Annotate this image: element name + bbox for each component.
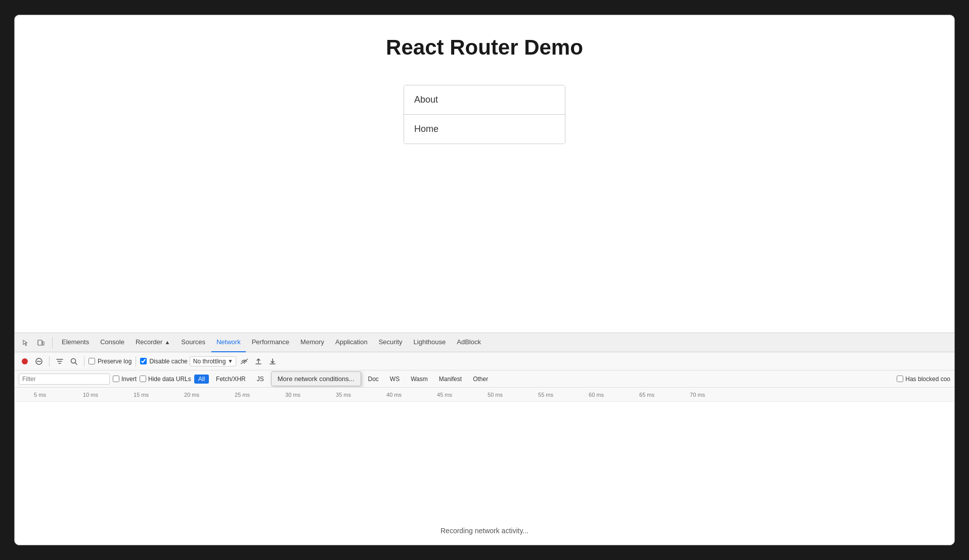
tab-separator-1 <box>52 337 53 348</box>
upload-icon-btn[interactable] <box>252 355 265 367</box>
search-icon-btn[interactable] <box>68 355 80 367</box>
tick-70ms: 70 ms <box>672 392 723 398</box>
toolbar-sep-1 <box>49 356 50 366</box>
tab-performance[interactable]: Performance <box>247 333 294 352</box>
filter-input[interactable] <box>19 374 110 385</box>
hide-data-urls-checkbox-label[interactable]: Hide data URLs <box>140 376 191 383</box>
wifi-conditions-icon[interactable] <box>238 355 250 367</box>
tick-5ms: 5 ms <box>15 392 65 398</box>
tick-35ms: 35 ms <box>318 392 369 398</box>
device-icon-btn[interactable] <box>34 336 48 350</box>
tick-65ms: 65 ms <box>622 392 672 398</box>
record-button[interactable] <box>19 355 31 367</box>
tick-40ms: 40 ms <box>369 392 419 398</box>
invert-checkbox[interactable] <box>113 376 119 382</box>
tick-60ms: 60 ms <box>571 392 622 398</box>
filter-row-wrapper: Invert Hide data URLs All Fetch/XHR JS M… <box>15 370 954 388</box>
tab-network[interactable]: Network <box>211 333 246 352</box>
browser-window: React Router Demo About Home <box>14 15 955 545</box>
svg-rect-0 <box>38 340 42 345</box>
download-icon-btn[interactable] <box>267 355 279 367</box>
tab-application[interactable]: Application <box>330 333 373 352</box>
filter-icon-btn[interactable] <box>54 355 66 367</box>
invert-checkbox-label[interactable]: Invert <box>113 376 137 383</box>
tab-sources[interactable]: Sources <box>176 333 210 352</box>
chevron-down-icon: ▼ <box>228 358 233 364</box>
network-toolbar: Preserve log Disable cache No throttling… <box>15 352 954 370</box>
tab-lighthouse[interactable]: Lighthouse <box>409 333 451 352</box>
preserve-log-checkbox[interactable] <box>89 358 95 364</box>
disable-cache-label[interactable]: Disable cache <box>140 358 187 365</box>
nav-item-about[interactable]: About <box>404 85 565 115</box>
tab-adblock[interactable]: AdBlock <box>452 333 486 352</box>
tab-memory[interactable]: Memory <box>295 333 329 352</box>
network-empty-area: Recording network activity... <box>15 402 954 545</box>
tick-10ms: 10 ms <box>65 392 116 398</box>
tick-30ms: 30 ms <box>268 392 318 398</box>
filter-btn-other[interactable]: Other <box>469 375 492 384</box>
tab-elements[interactable]: Elements <box>57 333 94 352</box>
timeline-row: 5 ms 10 ms 15 ms 20 ms 25 ms 30 ms 35 ms… <box>15 388 954 402</box>
filter-btn-doc[interactable]: Doc <box>364 375 383 384</box>
filter-btn-ws[interactable]: WS <box>386 375 404 384</box>
disable-cache-checkbox[interactable] <box>140 358 147 364</box>
svg-rect-1 <box>42 342 44 345</box>
clear-button[interactable] <box>33 355 45 367</box>
hide-data-urls-checkbox[interactable] <box>140 376 146 382</box>
tick-25ms: 25 ms <box>217 392 268 398</box>
tab-console[interactable]: Console <box>95 333 129 352</box>
recording-status-text: Recording network activity... <box>441 527 528 535</box>
tick-50ms: 50 ms <box>470 392 520 398</box>
svg-point-2 <box>22 358 28 364</box>
tick-55ms: 55 ms <box>520 392 571 398</box>
filter-btn-wasm[interactable]: Wasm <box>407 375 432 384</box>
tick-45ms: 45 ms <box>419 392 470 398</box>
more-network-conditions-tooltip[interactable]: More network conditions... <box>271 371 361 386</box>
filter-btn-js[interactable]: JS <box>253 375 268 384</box>
recorder-icon: ▲ <box>164 339 170 345</box>
svg-line-6 <box>75 362 77 364</box>
network-filter-row: Invert Hide data URLs All Fetch/XHR JS M… <box>15 370 954 388</box>
toolbar-sep-3 <box>136 356 136 366</box>
tab-recorder[interactable]: Recorder ▲ <box>130 333 175 352</box>
has-blocked-cookies-label[interactable]: Has blocked coo <box>897 376 950 383</box>
devtools-tabs-bar: Elements Console Recorder ▲ Sources Netw… <box>15 333 954 352</box>
has-blocked-cookies-checkbox[interactable] <box>897 376 903 382</box>
cursor-icon-btn[interactable] <box>19 336 33 350</box>
tick-15ms: 15 ms <box>116 392 166 398</box>
nav-list: About Home <box>404 85 565 144</box>
filter-btn-manifest[interactable]: Manifest <box>435 375 466 384</box>
page-title: React Router Demo <box>386 35 583 60</box>
tick-20ms: 20 ms <box>166 392 217 398</box>
nav-item-home[interactable]: Home <box>404 115 565 144</box>
tooltip-area: More network conditions... <box>271 371 361 386</box>
throttle-dropdown[interactable]: No throttling ▼ <box>190 356 237 366</box>
tab-security[interactable]: Security <box>374 333 408 352</box>
toolbar-sep-2 <box>84 356 84 366</box>
page-content: React Router Demo About Home <box>15 15 954 333</box>
preserve-log-label[interactable]: Preserve log <box>89 358 131 365</box>
filter-btn-fetch-xhr[interactable]: Fetch/XHR <box>212 375 250 384</box>
filter-btn-all[interactable]: All <box>194 375 209 384</box>
devtools-panel: Elements Console Recorder ▲ Sources Netw… <box>15 333 954 545</box>
